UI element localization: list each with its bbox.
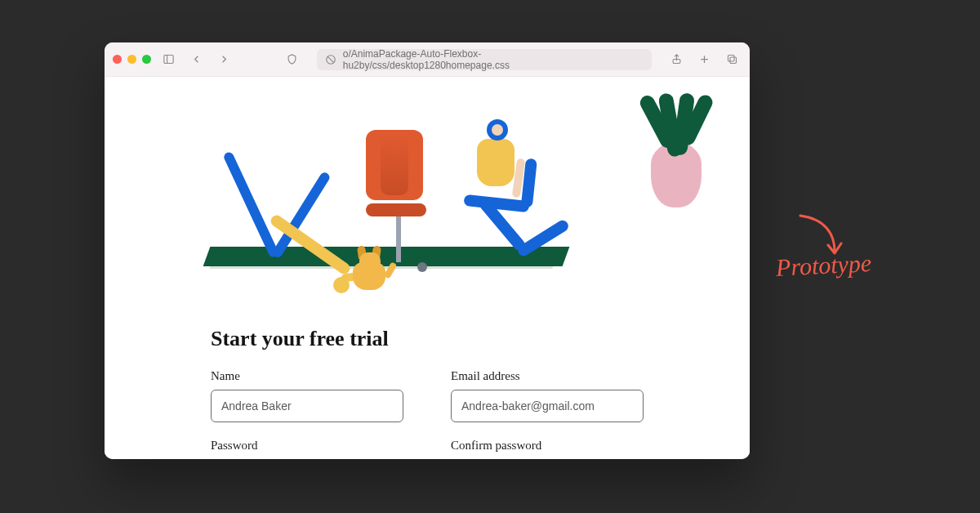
back-button[interactable] [187, 51, 207, 69]
hero-illustration [105, 85, 750, 297]
yoga-person-right-illustration [448, 119, 514, 186]
confirm-password-label: Confirm password [451, 439, 644, 453]
name-field: Name [211, 369, 403, 422]
window-controls[interactable] [113, 55, 151, 64]
email-label: Email address [451, 369, 644, 383]
canvas: o/AnimaPackage-Auto-Flexbox-hu2by/css/de… [0, 0, 980, 513]
annotation: Prototype [776, 211, 923, 279]
email-field: Email address [451, 369, 644, 422]
browser-window: o/AnimaPackage-Auto-Flexbox-hu2by/css/de… [105, 42, 750, 459]
zoom-icon[interactable] [142, 55, 151, 64]
name-input[interactable] [211, 390, 403, 422]
password-label: Password [211, 439, 403, 453]
password-field: Password [211, 439, 403, 459]
confirm-password-field: Confirm password [451, 439, 644, 459]
browser-toolbar: o/AnimaPackage-Auto-Flexbox-hu2by/css/de… [105, 42, 750, 77]
new-tab-icon[interactable] [694, 51, 714, 69]
tabs-overview-icon[interactable] [722, 51, 742, 69]
svg-line-3 [327, 56, 334, 62]
minimize-icon[interactable] [127, 55, 136, 64]
privacy-shield-icon[interactable] [283, 51, 302, 69]
svg-rect-0 [164, 56, 173, 64]
annotation-label: Prototype [775, 249, 872, 282]
page-content: Start your free trial Name Email address… [105, 77, 750, 459]
dog-illustration [350, 252, 392, 290]
name-label: Name [211, 369, 403, 383]
signup-form: Start your free trial Name Email address… [105, 327, 750, 459]
email-input[interactable] [451, 390, 644, 422]
share-icon[interactable] [666, 51, 686, 69]
lock-icon [325, 54, 336, 65]
forward-button[interactable] [214, 51, 234, 69]
address-text: o/AnimaPackage-Auto-Flexbox-hu2by/css/de… [343, 48, 644, 71]
close-icon[interactable] [113, 55, 122, 64]
form-title: Start your free trial [211, 327, 644, 351]
sidebar-toggle-icon[interactable] [159, 51, 179, 69]
address-bar[interactable]: o/AnimaPackage-Auto-Flexbox-hu2by/css/de… [317, 49, 652, 70]
svg-rect-7 [728, 56, 734, 62]
plant-illustration [644, 142, 709, 207]
svg-rect-8 [730, 57, 737, 64]
